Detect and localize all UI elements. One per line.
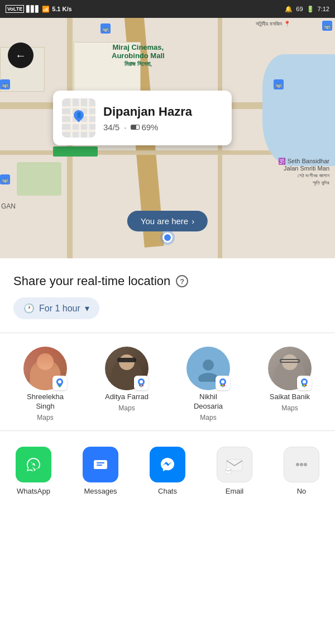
card-avatar: 👤: [62, 98, 95, 138]
clock-icon: 🕐: [23, 303, 35, 314]
svg-point-23: [300, 463, 303, 466]
maps-badge-saikat: [297, 376, 312, 390]
question-mark: ?: [180, 277, 184, 286]
bus-icon-2: 🚌: [0, 79, 10, 89]
you-are-here-button[interactable]: You are here ›: [127, 211, 208, 231]
divider-1: [0, 333, 335, 333]
status-bar-left: VoLTE ▋▋▋ 📶 5.1 K/s: [6, 5, 72, 13]
battery-indicator: 69%: [131, 122, 158, 132]
app-email[interactable]: Email: [201, 447, 268, 495]
contact-saikat[interactable]: Saikat Banik Maps: [249, 347, 331, 422]
messages-label: Messages: [84, 487, 117, 495]
back-button[interactable]: ←: [8, 42, 34, 68]
card-person-name: Dipanjan Hazra: [103, 105, 192, 119]
email-icon: [217, 447, 252, 482]
status-bar: VoLTE ▋▋▋ 📶 5.1 K/s 🔔 69 🔋 7:12: [0, 0, 335, 18]
svg-rect-21: [226, 468, 231, 473]
svg-rect-15: [305, 385, 307, 386]
card-details: 34/5 · 69%: [103, 122, 192, 132]
svg-rect-3: [139, 385, 140, 386]
battery-percent-label: 69%: [141, 122, 158, 132]
svg-rect-11: [224, 385, 225, 386]
email-label: Email: [226, 487, 244, 495]
maps-badge-aditya: [134, 376, 149, 390]
time-label: 7:12: [318, 6, 329, 12]
app-share-row: WhatsApp Messages: [0, 435, 335, 504]
contact-app-saikat: Maps: [281, 404, 298, 412]
app-whatsapp[interactable]: WhatsApp: [0, 447, 67, 495]
contact-shreelekha[interactable]: ShreelekhaSingh Maps: [4, 347, 86, 422]
carrier-label: VoLTE: [6, 5, 24, 13]
contact-app-aditya: Maps: [118, 404, 135, 412]
help-icon[interactable]: ?: [176, 275, 188, 287]
bottom-sheet: Share your real-time location ? 🕐 For 1 …: [0, 258, 335, 644]
maps-badge-shreelekha: [52, 376, 67, 390]
svg-point-22: [296, 463, 299, 466]
svg-point-24: [304, 463, 307, 466]
map-area[interactable]: সতিন্দীর মসজিদ 📍 Miraj Cinemas,Aurobindo…: [0, 18, 335, 258]
card-info: Dipanjan Hazra 34/5 · 69%: [103, 105, 192, 132]
status-bar-right: 🔔 69 🔋 7:12: [285, 6, 329, 13]
bus-icon-5: 🚌: [322, 21, 332, 31]
messenger-icon: [150, 447, 185, 482]
current-location-dot: [162, 233, 173, 243]
location-info-card: 👤 Dipanjan Hazra 34/5 · 69%: [53, 91, 232, 145]
chevron-right-icon: ›: [192, 216, 194, 226]
app-messages[interactable]: Messages: [67, 447, 134, 495]
maps-badge-nikhil: [216, 376, 230, 390]
contact-aditya[interactable]: Aditya Farrad Maps: [86, 347, 168, 422]
battery-icon: 🔋: [307, 6, 314, 13]
bus-icon-1: 🚌: [100, 23, 111, 34]
contact-name-nikhil: NikhilDeosaria: [194, 392, 223, 411]
chats-label: Chats: [158, 487, 177, 495]
svg-rect-4: [141, 385, 142, 386]
avatar-location-pin: 👤: [74, 110, 85, 124]
avatar-shreelekha: [23, 347, 67, 390]
map-water: [262, 54, 335, 166]
battery-percent: 69: [296, 6, 303, 12]
duration-button[interactable]: 🕐 For 1 hour ▾: [13, 297, 99, 319]
avatar-saikat: [268, 347, 312, 390]
back-arrow-icon: ←: [15, 50, 26, 61]
divider-2: [0, 430, 335, 431]
whatsapp-label: WhatsApp: [17, 487, 50, 495]
dot-separator: ·: [124, 122, 126, 132]
share-location-title: Share your real-time location: [13, 274, 170, 288]
svg-point-6: [203, 359, 214, 371]
map-green-bar: [53, 146, 98, 157]
bus-icon-3: 🚌: [274, 79, 284, 89]
contact-name-shreelekha: ShreelekhaSingh: [27, 392, 64, 411]
share-title-row: Share your real-time location ?: [0, 258, 335, 295]
svg-point-12: [303, 380, 306, 383]
battery-label: 🔔: [285, 6, 293, 13]
app-more[interactable]: No: [268, 447, 335, 495]
map-label-masjid: সতিন্দীর মসজিদ 📍: [256, 21, 290, 27]
card-rating: 34/5: [103, 122, 119, 132]
you-are-here-label: You are here: [141, 216, 188, 226]
app-chats[interactable]: Chats: [134, 447, 201, 495]
contacts-row: ShreelekhaSingh Maps: [0, 338, 335, 426]
contact-app-shreelekha: Maps: [37, 414, 53, 422]
svg-point-2: [140, 380, 143, 383]
svg-point-1: [58, 380, 61, 383]
svg-rect-9: [221, 385, 222, 386]
svg-rect-5: [142, 385, 143, 386]
more-label: No: [297, 487, 307, 495]
map-label-seth: 🕉️ Seth BansidharJalan Smriti Man শেঠ বং…: [278, 158, 329, 186]
map-green1: [17, 162, 61, 196]
wifi-icon: 📶: [42, 6, 50, 13]
avatar-aditya: [105, 347, 149, 390]
signal-icon: ▋▋▋: [26, 6, 40, 13]
more-apps-icon: [284, 447, 319, 482]
contact-nikhil[interactable]: NikhilDeosaria Maps: [168, 347, 249, 422]
bus-icon-4: 🚌: [0, 174, 10, 184]
avatar-nikhil: [186, 347, 230, 390]
svg-rect-10: [222, 385, 223, 386]
map-label-cinemas: Miraj Cinemas,Aurobindo Mall মিরাজ সিনেম…: [112, 43, 165, 68]
contact-name-aditya: Aditya Farrad: [105, 392, 149, 402]
svg-rect-14: [304, 385, 305, 386]
whatsapp-icon: [16, 447, 51, 482]
svg-point-8: [221, 380, 224, 383]
dropdown-chevron-icon: ▾: [85, 303, 89, 314]
speed-label: 5.1 K/s: [52, 6, 71, 12]
